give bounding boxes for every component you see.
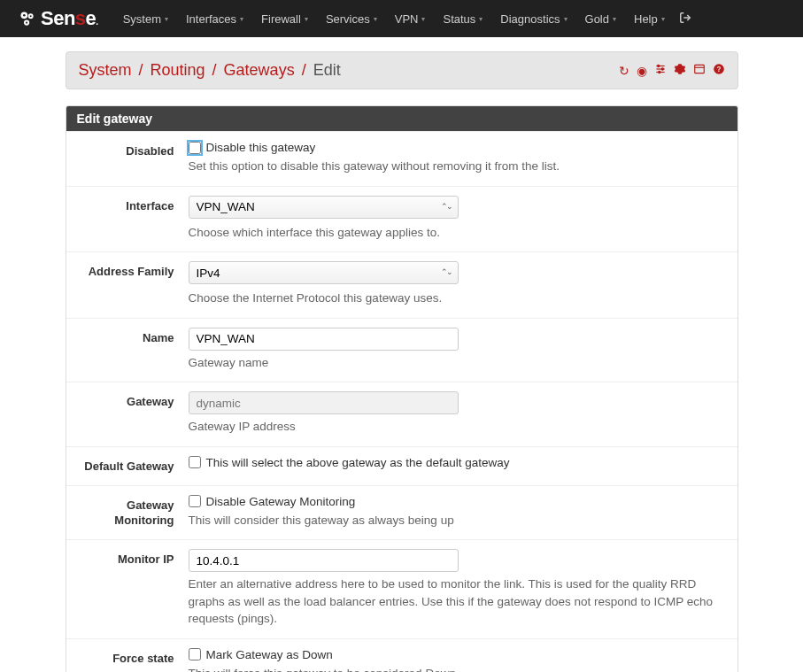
- chevron-down-icon: ▾: [165, 15, 168, 23]
- label-monitor-ip: Monitor IP: [73, 549, 189, 628]
- nav-services[interactable]: Services▾: [319, 9, 384, 29]
- circle-stop-icon[interactable]: ◉: [637, 64, 647, 78]
- nav-status[interactable]: Status▾: [436, 9, 490, 29]
- label-disabled: Disabled: [73, 141, 189, 175]
- svg-point-5: [26, 21, 27, 23]
- breadcrumb-current: Edit: [313, 61, 341, 80]
- nav-gold[interactable]: Gold▾: [578, 9, 623, 29]
- logo[interactable]: Sense.: [18, 0, 98, 37]
- force-state-help: This will force this gateway to be consi…: [189, 665, 730, 672]
- monitor-ip-input[interactable]: [189, 549, 459, 572]
- logo-text: Sense.: [41, 7, 98, 30]
- top-navbar: Sense. System▾ Interfaces▾ Firewall▾ Ser…: [0, 0, 803, 37]
- breadcrumb-system[interactable]: System: [79, 61, 132, 80]
- label-name: Name: [73, 328, 189, 372]
- nav-help[interactable]: Help▾: [627, 9, 672, 29]
- row-monitor-ip: Monitor IP Enter an alternative address …: [66, 539, 737, 638]
- label-default-gateway: Default Gateway: [73, 456, 189, 475]
- label-gateway: Gateway: [73, 391, 189, 436]
- row-force-state: Force state Mark Gateway as Down This wi…: [66, 638, 737, 672]
- address-family-select[interactable]: IPv4: [189, 261, 459, 284]
- chevron-down-icon: ▾: [305, 15, 308, 23]
- gear-icon[interactable]: [674, 63, 686, 78]
- help-icon[interactable]: ?: [713, 63, 725, 78]
- logo-icon: [18, 9, 37, 28]
- nav-system[interactable]: System▾: [116, 9, 175, 29]
- gateway-monitoring-checkbox[interactable]: [189, 495, 201, 507]
- monitor-ip-help: Enter an alternative address here to be …: [189, 575, 730, 628]
- row-interface: Interface VPN_WAN Choose which interface…: [66, 186, 737, 252]
- breadcrumb-separator: /: [212, 61, 217, 80]
- breadcrumb-gateways[interactable]: Gateways: [224, 61, 295, 80]
- force-state-checkbox[interactable]: [189, 648, 201, 660]
- logout-icon[interactable]: [679, 12, 691, 27]
- disabled-checkbox[interactable]: [189, 142, 201, 154]
- address-family-help: Choose the Internet Protocol this gatewa…: [189, 290, 730, 307]
- nav-firewall[interactable]: Firewall▾: [254, 9, 315, 29]
- chevron-down-icon: ▾: [421, 15, 425, 23]
- row-gateway-monitoring: Gateway Monitoring Disable Gateway Monit…: [66, 485, 737, 540]
- breadcrumb: System / Routing / Gateways / Edit: [79, 61, 341, 80]
- edit-gateway-panel: Edit gateway Disabled Disable this gatew…: [66, 105, 738, 672]
- chevron-down-icon: ▾: [613, 15, 616, 23]
- refresh-icon[interactable]: ↻: [619, 64, 629, 78]
- label-gateway-monitoring: Gateway Monitoring: [73, 495, 189, 529]
- gateway-monitoring-checkbox-label: Disable Gateway Monitoring: [206, 495, 356, 508]
- label-force-state: Force state: [73, 648, 189, 672]
- chevron-down-icon: ▾: [374, 15, 377, 23]
- nav-items: System▾ Interfaces▾ Firewall▾ Services▾ …: [116, 9, 691, 29]
- breadcrumb-separator: /: [139, 61, 143, 80]
- row-name: Name Gateway name: [66, 318, 737, 382]
- default-gateway-checkbox[interactable]: [189, 456, 201, 468]
- gateway-help: Gateway IP address: [189, 418, 730, 436]
- breadcrumb-routing[interactable]: Routing: [151, 61, 205, 80]
- interface-select[interactable]: VPN_WAN: [189, 196, 459, 219]
- window-icon[interactable]: [693, 63, 706, 78]
- gateway-input: [189, 391, 459, 414]
- label-address-family: Address Family: [73, 261, 189, 307]
- breadcrumb-separator: /: [302, 61, 306, 80]
- nav-diagnostics[interactable]: Diagnostics▾: [493, 9, 574, 29]
- label-interface: Interface: [73, 196, 189, 242]
- name-input[interactable]: [189, 328, 459, 351]
- svg-text:?: ?: [716, 66, 721, 73]
- svg-point-3: [23, 14, 26, 17]
- svg-rect-13: [694, 65, 704, 73]
- chevron-down-icon: ▾: [479, 15, 483, 23]
- svg-point-12: [658, 71, 660, 73]
- row-default-gateway: Default Gateway This will select the abo…: [66, 446, 737, 485]
- chevron-down-icon: ▾: [240, 15, 243, 23]
- svg-point-10: [657, 65, 659, 66]
- nav-vpn[interactable]: VPN▾: [388, 9, 433, 29]
- row-disabled: Disabled Disable this gateway Set this o…: [66, 131, 737, 186]
- row-gateway: Gateway Gateway IP address: [66, 382, 737, 446]
- page-header: System / Routing / Gateways / Edit ↻ ◉ ?: [66, 51, 738, 89]
- interface-help: Choose which interface this gateway appl…: [189, 224, 730, 242]
- disabled-help: Set this option to disable this gateway …: [189, 158, 730, 175]
- name-help: Gateway name: [189, 354, 730, 372]
- panel-title: Edit gateway: [66, 106, 737, 131]
- sliders-icon[interactable]: [654, 63, 667, 78]
- force-state-checkbox-label: Mark Gateway as Down: [206, 648, 333, 661]
- chevron-down-icon: ▾: [661, 15, 665, 23]
- chevron-down-icon: ▾: [564, 15, 568, 23]
- disabled-checkbox-label: Disable this gateway: [206, 141, 316, 154]
- svg-point-11: [661, 68, 663, 70]
- svg-point-4: [30, 15, 32, 17]
- gateway-monitoring-help: This will consider this gateway as alway…: [189, 512, 730, 529]
- default-gateway-checkbox-label: This will select the above gateway as th…: [206, 456, 510, 469]
- row-address-family: Address Family IPv4 Choose the Internet …: [66, 251, 737, 318]
- nav-interfaces[interactable]: Interfaces▾: [179, 9, 251, 29]
- header-action-icons: ↻ ◉ ?: [619, 63, 725, 78]
